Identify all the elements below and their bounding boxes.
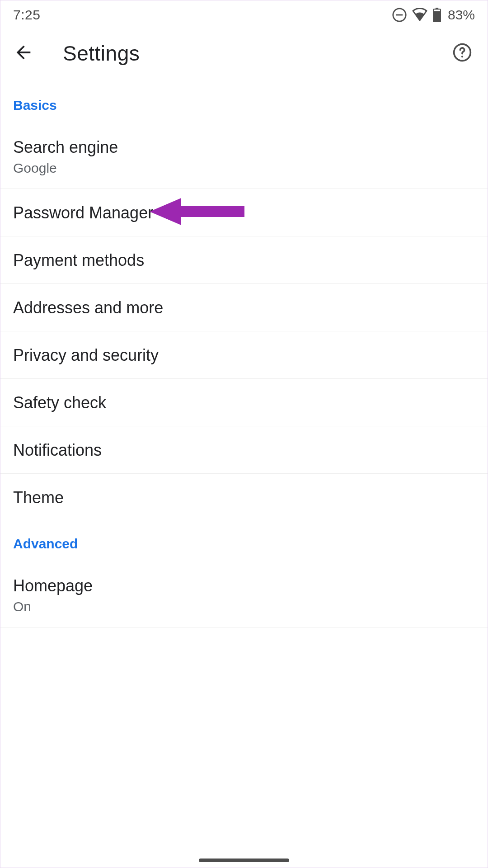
arrow-back-icon: [13, 42, 34, 65]
item-title: Homepage: [13, 576, 475, 595]
item-subtitle: On: [13, 599, 475, 614]
item-title: Password Manager: [13, 203, 475, 222]
item-title: Addresses and more: [13, 298, 475, 317]
item-title: Theme: [13, 488, 475, 507]
do-not-disturb-icon: [392, 7, 407, 23]
item-title: Payment methods: [13, 251, 475, 270]
item-theme[interactable]: Theme: [0, 474, 488, 521]
item-safety-check[interactable]: Safety check: [0, 379, 488, 426]
status-bar: 7:25 83%: [0, 0, 488, 28]
wifi-icon: [412, 8, 428, 22]
help-icon: [452, 42, 472, 64]
section-header-advanced: Advanced: [0, 521, 488, 556]
navigation-handle[interactable]: [199, 859, 289, 862]
battery-icon: [432, 8, 441, 22]
status-icons-right: 83%: [392, 7, 475, 23]
help-button[interactable]: [450, 42, 475, 64]
back-button[interactable]: [13, 42, 45, 65]
battery-percentage: 83%: [448, 7, 475, 23]
page-title: Settings: [63, 41, 450, 66]
status-time: 7:25: [13, 7, 40, 23]
svg-point-6: [461, 56, 463, 57]
app-bar: Settings: [0, 28, 488, 82]
item-addresses[interactable]: Addresses and more: [0, 284, 488, 331]
item-title: Notifications: [13, 441, 475, 460]
item-subtitle: Google: [13, 160, 475, 176]
item-title: Safety check: [13, 393, 475, 412]
item-title: Privacy and security: [13, 346, 475, 365]
item-password-manager[interactable]: Password Manager: [0, 189, 488, 236]
item-homepage[interactable]: Homepage On: [0, 556, 488, 627]
item-privacy-security[interactable]: Privacy and security: [0, 331, 488, 379]
item-notifications[interactable]: Notifications: [0, 426, 488, 474]
section-header-basics: Basics: [0, 82, 488, 118]
item-search-engine[interactable]: Search engine Google: [0, 118, 488, 189]
item-title: Search engine: [13, 138, 475, 157]
svg-rect-4: [433, 11, 441, 22]
item-payment-methods[interactable]: Payment methods: [0, 236, 488, 284]
